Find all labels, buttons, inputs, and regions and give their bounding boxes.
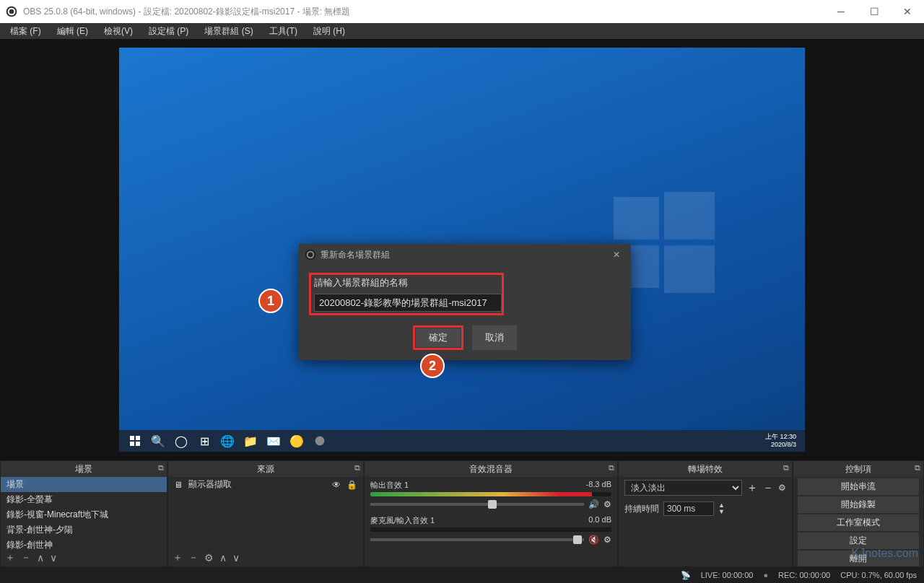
audio-out-meter (370, 492, 611, 496)
window-titlebar: OBS 25.0.8 (64-bit, windows) - 設定檔: 2020… (0, 0, 924, 23)
menu-edit[interactable]: 編輯 (E) (54, 24, 91, 39)
audio-out-slider[interactable] (370, 503, 584, 506)
remove-transition-button[interactable]: － (762, 481, 774, 496)
source-up-button[interactable]: ∧ (219, 552, 227, 564)
dock-icon[interactable]: ⧉ (354, 463, 360, 473)
svg-rect-8 (136, 436, 140, 440)
dock-icon[interactable]: ⧉ (915, 463, 920, 473)
scene-down-button[interactable]: ∨ (50, 552, 57, 564)
scene-item[interactable]: 錄影-全螢幕 (1, 492, 167, 507)
menu-profile[interactable]: 設定檔 (P) (146, 24, 191, 39)
dock-icon[interactable]: ⧉ (158, 463, 164, 473)
scene-item[interactable]: 錄影-視窗-Minecraft地下城 (1, 507, 167, 522)
audio-mic-meter (370, 527, 611, 532)
maximize-button[interactable]: ☐ (858, 0, 891, 23)
svg-point-2 (9, 9, 14, 14)
dialog-prompt: 請輸入場景群組的名稱 (314, 276, 499, 289)
audio-output-item: 輸出音效 1-8.3 dB 🔊 ⚙ (365, 477, 617, 512)
audio-settings-icon[interactable]: ⚙ (603, 535, 611, 545)
svg-rect-3 (614, 197, 659, 240)
dialog-title: 重新命名場景群組 (321, 249, 390, 261)
source-item[interactable]: 🖥 顯示器擷取 👁 🔒 (168, 477, 363, 492)
scene-item[interactable]: 背景-創世神-夕陽 (1, 522, 167, 538)
dialog-close-button[interactable]: ✕ (608, 250, 625, 260)
sources-title: 來源 (257, 463, 274, 475)
scenes-title: 場景 (75, 463, 92, 475)
scene-up-button[interactable]: ∧ (37, 552, 44, 564)
duration-label: 持續時間 (624, 503, 659, 515)
close-button[interactable]: ✕ (891, 0, 924, 23)
transition-duration-input[interactable] (663, 501, 714, 516)
transitions-title: 轉場特效 (688, 463, 723, 475)
scene-item[interactable]: 錄影-創世神 (1, 538, 167, 549)
dialog-obs-icon (305, 249, 316, 260)
speaker-muted-icon[interactable]: 🔇 (588, 535, 599, 545)
start-streaming-button[interactable]: 開始串流 (798, 478, 919, 495)
scene-item[interactable]: 場景 (1, 477, 167, 492)
add-transition-button[interactable]: ＋ (746, 481, 758, 496)
bottom-panels: 場景⧉ 場景錄影-全螢幕錄影-視窗-Minecraft地下城背景-創世神-夕陽錄… (0, 460, 924, 567)
menu-tools[interactable]: 工具(T) (266, 24, 300, 39)
broadcast-icon: 📡 (681, 571, 691, 580)
taskbar-clock: 上午 12:302020/8/3 (765, 433, 801, 449)
audio-mic-item: 麥克風/輸入音效 10.0 dB 🔇 ⚙ (365, 512, 617, 548)
audio-mic-slider[interactable] (370, 538, 584, 541)
audio-mic-label: 麥克風/輸入音效 1 (370, 515, 435, 526)
mail-icon: ✉️ (266, 434, 281, 448)
remove-source-button[interactable]: － (188, 551, 199, 564)
ok-button[interactable]: 確定 (416, 328, 461, 347)
svg-point-14 (308, 253, 313, 258)
obs-logo-icon (6, 6, 17, 17)
record-dot-icon: ● (763, 571, 768, 579)
speaker-icon[interactable]: 🔊 (588, 499, 599, 509)
visibility-icon[interactable]: 👁 (332, 480, 341, 490)
cancel-button[interactable]: 取消 (472, 325, 517, 350)
menu-bar: 檔案 (F) 編輯 (E) 檢視(V) 設定檔 (P) 場景群組 (S) 工具(… (0, 23, 924, 39)
source-label: 顯示器擷取 (188, 478, 232, 491)
svg-rect-10 (136, 442, 140, 446)
dock-icon[interactable]: ⧉ (609, 463, 614, 473)
source-down-button[interactable]: ∨ (232, 552, 240, 564)
duration-stepper[interactable]: ▲▼ (718, 502, 725, 515)
audio-settings-icon[interactable]: ⚙ (603, 499, 611, 509)
cortana-icon: ◯ (174, 434, 188, 448)
scenes-list[interactable]: 場景錄影-全螢幕錄影-視窗-Minecraft地下城背景-創世神-夕陽錄影-創世… (1, 477, 167, 549)
controls-title: 控制項 (845, 463, 871, 475)
transition-select[interactable]: 淡入淡出 (624, 480, 742, 496)
studio-mode-button[interactable]: 工作室模式 (798, 514, 919, 531)
add-source-button[interactable]: ＋ (173, 551, 183, 564)
taskview-icon: ⊞ (197, 434, 212, 448)
status-live: LIVE: 00:00:00 (701, 571, 754, 579)
menu-file[interactable]: 檔案 (F) (7, 24, 44, 39)
edge-icon: 🌐 (220, 434, 235, 448)
start-icon (128, 434, 142, 448)
audio-mixer-panel: 音效混音器⧉ 輸出音效 1-8.3 dB 🔊 ⚙ 麥克風/輸入音效 10.0 d… (365, 461, 617, 566)
svg-rect-9 (130, 442, 134, 446)
annotation-2: 2 (420, 354, 445, 378)
mixer-title: 音效混音器 (469, 463, 513, 475)
svg-rect-7 (130, 436, 134, 440)
dock-icon[interactable]: ⧉ (783, 463, 789, 473)
transitions-panel: 轉場特效⧉ 淡入淡出 ＋ － ⚙ 持續時間 ▲▼ (619, 461, 792, 566)
lock-icon[interactable]: 🔒 (346, 480, 357, 490)
transition-settings-icon[interactable]: ⚙ (778, 483, 786, 493)
scene-collection-name-input[interactable] (314, 294, 502, 312)
search-icon: 🔍 (151, 434, 165, 448)
window-title: OBS 25.0.8 (64-bit, windows) - 設定檔: 2020… (23, 6, 824, 18)
audio-out-label: 輸出音效 1 (370, 480, 409, 491)
audio-out-db: -8.3 dB (586, 480, 611, 491)
svg-rect-6 (664, 245, 715, 293)
menu-scene-collection[interactable]: 場景群組 (S) (201, 24, 256, 39)
source-settings-button[interactable]: ⚙ (204, 552, 214, 564)
menu-help[interactable]: 說明 (H) (310, 24, 348, 39)
status-bar: 📡 LIVE: 00:00:00 ● REC: 00:00:00 CPU: 0.… (0, 567, 924, 583)
minimize-button[interactable]: ─ (824, 0, 858, 23)
monitor-icon: 🖥 (174, 480, 183, 490)
preview-taskbar: 🔍 ◯ ⊞ 🌐 📁 ✉️ 🟡 上午 12:302020/8/3 (119, 430, 805, 452)
remove-scene-button[interactable]: － (21, 551, 31, 564)
obs-taskbar-icon (313, 434, 327, 448)
menu-view[interactable]: 檢視(V) (101, 24, 136, 39)
add-scene-button[interactable]: ＋ (5, 551, 15, 564)
start-recording-button[interactable]: 開始錄製 (798, 496, 919, 513)
watermark: KJnotes.com (852, 547, 918, 560)
